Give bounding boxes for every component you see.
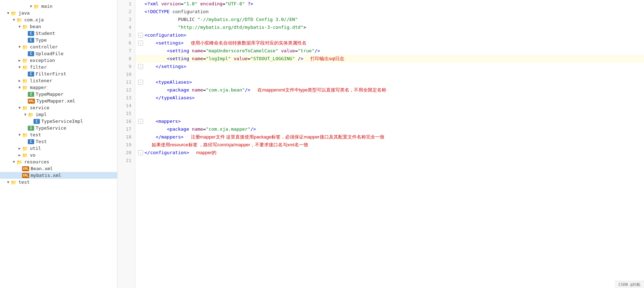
tree-item-label: com.xja [24, 17, 44, 22]
fold-button[interactable]: - [138, 64, 143, 69]
sidebar-item-Test[interactable]: CTest [0, 138, 117, 145]
code-content: <package name="com.xja.bean"/> [145, 86, 250, 94]
sidebar-item-exception[interactable]: ▶📁exception [0, 57, 117, 64]
tree-arrow[interactable]: ▼ [6, 180, 11, 184]
line-number: 11 [117, 78, 135, 86]
code-line: <package name="com.xja.mapper"/> [135, 125, 644, 133]
line-number: 18 [117, 133, 135, 141]
fold-button[interactable]: - [138, 80, 143, 85]
fold-button[interactable]: - [138, 41, 143, 46]
sidebar-item-main[interactable]: ▼📁main [0, 3, 117, 10]
tree-arrow[interactable]: ▼ [11, 18, 16, 22]
sidebar-item-UploadFile[interactable]: CUploadFile [0, 50, 117, 57]
sidebar-item-FilterFirst[interactable]: CFilterFirst [0, 70, 117, 77]
tree-item-label: test [30, 132, 41, 137]
tree-arrow[interactable]: ▼ [28, 4, 33, 8]
tree-item-label: main [41, 4, 52, 9]
tree-item-label: impl [36, 112, 47, 117]
fold-button[interactable]: - [138, 119, 143, 124]
sidebar-item-Type[interactable]: CType [0, 37, 117, 43]
code-content: </mappers> [145, 133, 184, 141]
sidebar-item-listener[interactable]: ▶📁listener [0, 77, 117, 84]
sidebar-item-resources[interactable]: ▼📁resources [0, 158, 117, 165]
code-line: -<configuration> [135, 31, 644, 39]
sidebar-item-Student[interactable]: CStudent [0, 30, 117, 37]
line-number: 21 [117, 157, 135, 164]
line-number: 5 [117, 31, 135, 39]
tree-item-label: util [30, 146, 41, 151]
tree-arrow[interactable]: ▼ [17, 106, 22, 110]
line-numbers: 123456789101112131415161718192021 [117, 0, 135, 288]
tree-arrow[interactable]: ▼ [17, 85, 22, 89]
tree-arrow[interactable]: ▼ [17, 65, 22, 69]
tree-arrow[interactable]: ▶ [17, 153, 22, 157]
code-line: </mappers>注册mapper文件 这里直接使用package标签，必须保… [135, 133, 644, 141]
tree-arrow[interactable]: ▼ [17, 25, 22, 28]
code-line: - <typeAliases> [135, 78, 644, 86]
sidebar-item-com.xja[interactable]: ▼📁com.xja [0, 16, 117, 23]
line-annotation-2: 如果使用resource标签 ，路径写com/xja/mapper，不要求接口名… [152, 141, 308, 149]
sidebar-item-controller[interactable]: ▼📁controller [0, 43, 117, 50]
code-content: <?xml version="1.0" encoding="UTF-8" ?> [145, 0, 253, 8]
sidebar-item-test2[interactable]: ▼📁test [0, 179, 117, 185]
sidebar-item-impl[interactable]: ▼📁impl [0, 111, 117, 118]
tree-arrow[interactable]: ▼ [11, 160, 16, 164]
code-line: <?xml version="1.0" encoding="UTF-8" ?> [135, 0, 644, 8]
code-content: <setting name="logImpl" value="STDOUT_LO… [145, 55, 303, 63]
file-icon-c: C [28, 38, 34, 43]
code-line: <setting name="mapUnderscoreToCamelCase"… [135, 47, 644, 55]
code-content: <mappers> [145, 117, 181, 125]
line-number: 4 [117, 23, 135, 31]
line-number: 12 [117, 86, 135, 94]
sidebar-item-TypeServiceImpl[interactable]: CTypeServiceImpl [0, 118, 117, 125]
folder-icon: 📁 [16, 17, 23, 22]
sidebar-item-vo[interactable]: ▶📁vo [0, 152, 117, 158]
sidebar-item-Bean.xml[interactable]: XMLBean.xml [0, 165, 117, 172]
code-line: <setting name="logImpl" value="STDOUT_LO… [135, 55, 644, 63]
sidebar-item-test[interactable]: ▼📁test [0, 131, 117, 138]
fold-button[interactable]: - [138, 150, 143, 155]
line-number: 16 [117, 117, 135, 125]
tree-item-label: bean [30, 24, 41, 29]
sidebar-item-TypeService[interactable]: ITypeService [0, 125, 117, 131]
line-annotation-2: mapper的 [196, 149, 216, 157]
tree-item-label: java [19, 10, 30, 16]
tree-arrow[interactable]: ▶ [17, 146, 22, 150]
tree-arrow[interactable]: ▶ [17, 79, 22, 83]
sidebar-item-service[interactable]: ▼📁service [0, 104, 117, 111]
tree-arrow[interactable]: ▼ [23, 112, 28, 116]
code-editor: 123456789101112131415161718192021 <?xml … [117, 0, 644, 288]
sidebar-item-java[interactable]: ▼📁java [0, 10, 117, 16]
tree-arrow[interactable]: ▼ [17, 45, 22, 49]
code-line [135, 157, 644, 164]
code-line: <package name="com.xja.bean"/>在mapperxml… [135, 86, 644, 94]
file-icon-i: I [28, 92, 34, 97]
line-number: 15 [117, 110, 135, 117]
sidebar-item-TypeMapper[interactable]: ITypeMapper [0, 91, 117, 98]
code-line: - <mappers> [135, 117, 644, 125]
tree-item-label: controller [30, 44, 58, 49]
statusbar-label: CSDN @刘柘 [618, 282, 640, 287]
folder-icon: 📁 [22, 153, 28, 158]
tree-item-label: Bean.xml [31, 166, 53, 171]
tree-arrow[interactable]: ▼ [6, 11, 11, 15]
code-line [135, 110, 644, 117]
sidebar-item-mapper[interactable]: ▼📁mapper [0, 84, 117, 91]
sidebar-item-bean[interactable]: ▼📁bean [0, 23, 117, 30]
sidebar-item-filter[interactable]: ▼📁filter [0, 64, 117, 70]
sidebar-item-mybatis.xml[interactable]: XMLmybatis.xml [0, 172, 117, 179]
fold-button[interactable]: - [138, 33, 143, 38]
line-number: 17 [117, 125, 135, 133]
folder-icon: 📁 [16, 159, 23, 164]
file-icon-c: C [28, 72, 34, 77]
tree-arrow[interactable]: ▼ [17, 133, 22, 137]
line-annotation: 使用小驼峰命名自动转换数据库字段对应的实体类属性名 [191, 39, 307, 47]
sidebar-item-util[interactable]: ▶📁util [0, 145, 117, 152]
file-icon-xml: XML [28, 99, 35, 104]
tree-item-label: service [30, 105, 49, 110]
sidebar-item-TypeMapper.xml[interactable]: XMLTypeMapper.xml [0, 98, 117, 104]
folder-icon: 📁 [11, 11, 17, 16]
tree-arrow[interactable]: ▶ [17, 58, 22, 62]
code-line [135, 70, 644, 78]
folder-icon: 📁 [22, 58, 28, 63]
